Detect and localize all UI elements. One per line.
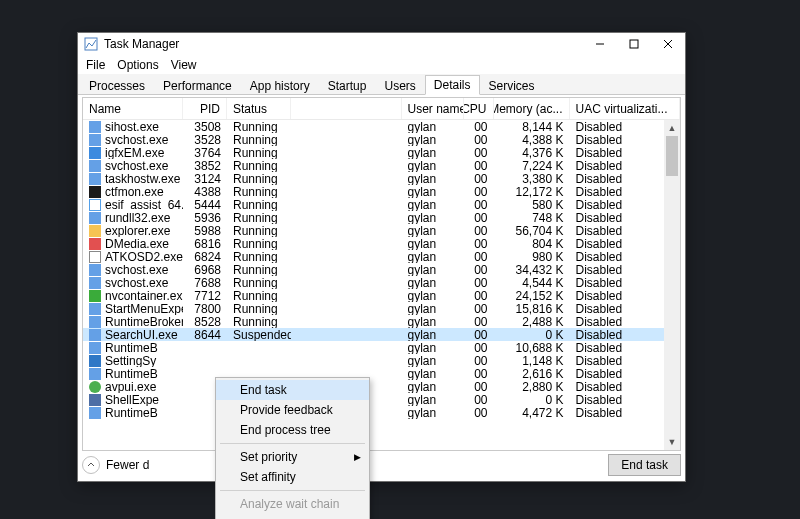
table-row[interactable]: StartMenuExperienc...7800Runninggylan001… — [83, 302, 680, 315]
table-row[interactable]: avpui.exegylan002,880 KDisabled — [83, 380, 680, 393]
process-cpu: 00 — [464, 198, 494, 211]
process-status: Suspended — [227, 328, 291, 341]
tab-startup[interactable]: Startup — [319, 76, 376, 95]
table-row[interactable]: ATKOSD2.exe6824Runninggylan00980 KDisabl… — [83, 250, 680, 263]
table-row[interactable]: svchost.exe3528Runninggylan004,388 KDisa… — [83, 133, 680, 146]
table-row[interactable]: RuntimeBroker.exe8528Runninggylan002,488… — [83, 315, 680, 328]
process-icon — [89, 381, 101, 393]
process-cpu: 00 — [464, 237, 494, 250]
process-name: RuntimeBroker.exe — [105, 315, 183, 328]
column-cpu[interactable]: CPU — [464, 98, 494, 119]
process-icon — [89, 368, 101, 380]
context-menu: End taskProvide feedbackEnd process tree… — [215, 377, 370, 519]
table-row[interactable]: rundll32.exe5936Runninggylan00748 KDisab… — [83, 211, 680, 224]
process-pid: 4388 — [183, 185, 227, 198]
tab-strip: ProcessesPerformanceApp historyStartupUs… — [78, 74, 685, 95]
scroll-thumb[interactable] — [666, 136, 678, 176]
column-status[interactable]: Status — [227, 98, 291, 119]
table-row[interactable]: RuntimeBgylan004,472 KDisabled — [83, 406, 680, 419]
tab-processes[interactable]: Processes — [80, 76, 154, 95]
table-row[interactable]: ctfmon.exe4388Runninggylan0012,172 KDisa… — [83, 185, 680, 198]
table-row[interactable]: esif_assist_64.exe5444Runninggylan00580 … — [83, 198, 680, 211]
window-title: Task Manager — [104, 37, 583, 51]
process-memory: 0 K — [494, 328, 570, 341]
tab-users[interactable]: Users — [375, 76, 424, 95]
maximize-button[interactable] — [617, 33, 651, 55]
menu-file[interactable]: File — [82, 58, 109, 72]
app-icon — [84, 37, 98, 51]
process-name: svchost.exe — [105, 159, 168, 172]
menu-options[interactable]: Options — [113, 58, 162, 72]
table-row[interactable]: sihost.exe3508Runninggylan008,144 KDisab… — [83, 120, 680, 133]
fewer-details-toggle[interactable] — [82, 456, 100, 474]
context-menu-item-provide-feedback[interactable]: Provide feedback — [216, 400, 369, 420]
footer: Fewer d End task — [82, 453, 681, 477]
process-pid: 8528 — [183, 315, 227, 328]
process-icon — [89, 290, 101, 302]
table-row[interactable]: SearchUI.exe8644Suspendedgylan000 KDisab… — [83, 328, 680, 341]
close-button[interactable] — [651, 33, 685, 55]
column-uac[interactable]: UAC virtualizati... — [570, 98, 681, 119]
process-pid: 3528 — [183, 133, 227, 146]
table-row[interactable]: nvcontainer.exe7712Runninggylan0024,152 … — [83, 289, 680, 302]
table-row[interactable]: SettingSygylan001,148 KDisabled — [83, 354, 680, 367]
process-icon — [89, 329, 101, 341]
process-user: gylan — [402, 159, 464, 172]
process-icon — [89, 251, 101, 263]
tab-performance[interactable]: Performance — [154, 76, 241, 95]
table-row[interactable]: RuntimeBgylan0010,688 KDisabled — [83, 341, 680, 354]
table-row[interactable]: DMedia.exe6816Runninggylan00804 KDisable… — [83, 237, 680, 250]
process-memory: 3,380 K — [494, 172, 570, 185]
tab-app-history[interactable]: App history — [241, 76, 319, 95]
table-row[interactable]: svchost.exe6968Runninggylan0034,432 KDis… — [83, 263, 680, 276]
process-icon — [89, 186, 101, 198]
scroll-down-arrow[interactable]: ▼ — [664, 434, 680, 450]
table-row[interactable]: explorer.exe5988Runninggylan0056,704 KDi… — [83, 224, 680, 237]
process-name: DMedia.exe — [105, 237, 169, 250]
process-user: gylan — [402, 380, 464, 393]
process-user: gylan — [402, 250, 464, 263]
process-memory: 980 K — [494, 250, 570, 263]
end-task-button[interactable]: End task — [608, 454, 681, 476]
menu-view[interactable]: View — [167, 58, 201, 72]
table-row[interactable]: ShellExpeedgylan000 KDisabled — [83, 393, 680, 406]
process-status: Running — [227, 172, 291, 185]
process-pid: 8644 — [183, 328, 227, 341]
context-menu-item-end-task[interactable]: End task — [216, 380, 369, 400]
process-status: Running — [227, 263, 291, 276]
process-memory: 24,152 K — [494, 289, 570, 302]
process-memory: 4,376 K — [494, 146, 570, 159]
process-name: rundll32.exe — [105, 211, 170, 224]
process-status — [227, 354, 291, 367]
column-memory[interactable]: Memory (ac... — [494, 98, 570, 119]
context-menu-item-set-priority[interactable]: Set priority▶ — [216, 447, 369, 467]
process-name: nvcontainer.exe — [105, 289, 183, 302]
table-row[interactable]: RuntimeBgylan002,616 KDisabled — [83, 367, 680, 380]
process-memory: 7,224 K — [494, 159, 570, 172]
table-row[interactable]: taskhostw.exe3124Runninggylan003,380 KDi… — [83, 172, 680, 185]
column-name[interactable]: Name — [83, 98, 183, 119]
process-name: igfxEM.exe — [105, 146, 164, 159]
table-row[interactable]: svchost.exe7688Runninggylan004,544 KDisa… — [83, 276, 680, 289]
table-row[interactable]: igfxEM.exe3764Runninggylan004,376 KDisab… — [83, 146, 680, 159]
process-memory: 1,148 K — [494, 354, 570, 367]
scroll-up-arrow[interactable]: ▲ — [664, 120, 680, 136]
context-menu-item-uac-virtualization[interactable]: UAC virtualization — [216, 514, 369, 519]
process-cpu: 00 — [464, 328, 494, 341]
process-user: gylan — [402, 224, 464, 237]
column-user[interactable]: User name — [402, 98, 464, 119]
minimize-button[interactable] — [583, 33, 617, 55]
context-menu-item-set-affinity[interactable]: Set affinity — [216, 467, 369, 487]
process-pid: 3124 — [183, 172, 227, 185]
tab-details[interactable]: Details — [425, 75, 480, 95]
process-icon — [89, 225, 101, 237]
process-name: StartMenuExperienc... — [105, 302, 183, 315]
vertical-scrollbar[interactable]: ▲ ▼ — [664, 120, 680, 450]
context-menu-item-end-process-tree[interactable]: End process tree — [216, 420, 369, 440]
process-user: gylan — [402, 276, 464, 289]
tab-services[interactable]: Services — [480, 76, 544, 95]
table-row[interactable]: svchost.exe3852Runninggylan007,224 KDisa… — [83, 159, 680, 172]
process-name: sihost.exe — [105, 120, 159, 133]
process-status: Running — [227, 224, 291, 237]
column-pid[interactable]: PID — [183, 98, 227, 119]
